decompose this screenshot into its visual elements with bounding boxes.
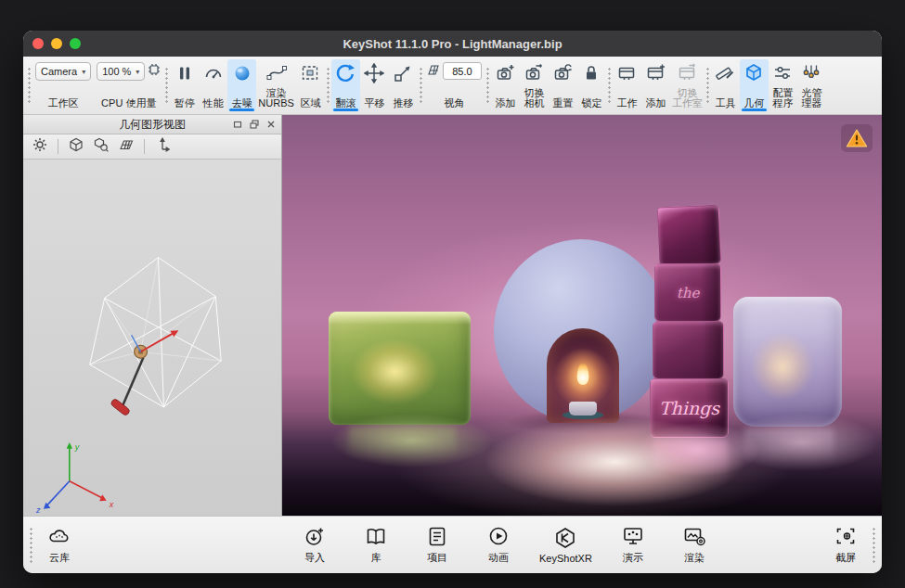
cpu-usage-group: 100 % ▾ CPU 使用量	[94, 59, 163, 111]
ribbon-button-import[interactable]: 导入	[294, 525, 335, 565]
fov-label: 视角	[444, 98, 464, 109]
settings-gear-icon[interactable]	[32, 137, 47, 156]
render-viewport[interactable]: the Things	[282, 115, 882, 516]
panel-close-icon[interactable]	[265, 118, 278, 131]
glass-cube	[653, 321, 724, 379]
workspace-dropdown[interactable]: Camera ▾	[35, 62, 91, 81]
ribbon-button-animation[interactable]: 动画	[478, 525, 519, 565]
candle-flame	[577, 363, 589, 385]
workspace-dropdown-value: Camera	[41, 66, 77, 77]
green-cube-top-highlight	[329, 312, 471, 325]
toolbar-drag-handle[interactable]	[419, 67, 423, 104]
geometry-wireframe-view[interactable]: y x z	[23, 160, 281, 516]
toolbar-button-reset-camera[interactable]: 重置	[549, 59, 577, 111]
keyshot-window: KeyShot 11.1.0 Pro - LightManager.bip Ca…	[23, 31, 882, 573]
cpu-usage-value: 100 %	[102, 66, 131, 77]
geometry-view-header[interactable]: 几何图形视图	[23, 115, 281, 134]
axis-z-label: z	[35, 505, 41, 515]
toolbar-drag-handle[interactable]	[27, 67, 32, 104]
pan-arrows-icon	[364, 62, 384, 83]
window-title: KeyShot 11.1.0 Pro - LightManager.bip	[343, 37, 562, 51]
toolbar-button-studio[interactable]: 工作	[613, 59, 641, 111]
toolbar-button-switch-camera[interactable]: 切换 相机	[520, 59, 549, 111]
engraved-text: the	[655, 264, 720, 321]
workspace-label: 工作区	[48, 98, 79, 109]
move-tool-icon[interactable]	[155, 137, 170, 156]
toolbar-separator	[58, 139, 58, 154]
perspective-grid-icon	[427, 63, 440, 80]
toolbar-button-tools[interactable]: 工具	[711, 59, 740, 111]
panel-float-icon[interactable]	[248, 118, 261, 131]
zoom-window-button[interactable]	[70, 38, 81, 49]
toolbar-drag-handle[interactable]	[607, 67, 612, 104]
frosted-glass-candle-holder	[733, 297, 842, 427]
cpu-usage-dropdown[interactable]: 100 % ▾	[97, 62, 145, 81]
toolbar-separator	[144, 139, 145, 154]
ribbon-drag-handle[interactable]	[29, 527, 33, 564]
close-window-button[interactable]	[32, 38, 44, 49]
traffic-lights	[32, 31, 81, 57]
render-image-gear-icon	[682, 525, 706, 549]
ribbon-button-keyshotxr[interactable]: KeyShotXR	[539, 527, 592, 564]
show-geometry-cube-icon[interactable]	[69, 137, 84, 156]
toolbar-button-light-manager[interactable]: 光管 理器	[797, 59, 826, 111]
toolbar-button-tumble[interactable]: 翻滚	[331, 59, 360, 111]
toolbar-drag-handle[interactable]	[705, 67, 710, 104]
green-cube-candle-glow	[351, 339, 439, 404]
lock-icon	[581, 62, 601, 83]
import-icon	[303, 525, 327, 549]
toolbar-button-dolly[interactable]: 推移	[389, 59, 418, 111]
ribbon-button-present[interactable]: 演示	[613, 525, 653, 565]
panel-minimize-icon[interactable]	[231, 118, 244, 131]
toolbar-button-performance[interactable]: 性能	[199, 59, 227, 111]
fov-group: 视角	[424, 59, 485, 111]
light-manager-icon	[801, 62, 821, 83]
floor-light-pool	[726, 414, 879, 471]
zoom-to-geometry-icon[interactable]	[94, 137, 109, 156]
ribbon-button-cloud-library[interactable]: 云库	[39, 525, 80, 565]
glass-cube-stack: the Things	[650, 206, 735, 440]
toolbar-button-switch-studio: 切换 工作室	[670, 59, 705, 111]
toolbar-button-configurator[interactable]: 配置 程序	[769, 59, 797, 111]
bottom-ribbon: 云库 导入 库 项目 动画 KeyShotXR	[23, 516, 882, 573]
toolbar-button-pan[interactable]: 平移	[360, 59, 389, 111]
geometry-view-toolbar	[23, 134, 281, 160]
camera-wireframe-gizmo: y x z	[23, 160, 281, 515]
toolbar-button-lock-camera[interactable]: 锁定	[577, 59, 606, 111]
ribbon-button-screenshot[interactable]: 截屏	[825, 525, 866, 565]
toolbar-button-add-studio[interactable]: 添加	[641, 59, 670, 111]
ribbon-button-library[interactable]: 库	[356, 525, 396, 565]
ground-grid-icon[interactable]	[119, 137, 134, 156]
ribbon-button-project[interactable]: 项目	[417, 525, 458, 565]
add-camera-icon	[495, 62, 515, 83]
warning-badge[interactable]	[841, 124, 873, 152]
cpu-usage-label: CPU 使用量	[101, 98, 156, 109]
toolbar-button-add-camera[interactable]: 添加	[491, 59, 520, 111]
denoise-sphere-icon	[232, 62, 252, 83]
pause-icon	[175, 62, 195, 83]
toolbar-drag-handle[interactable]	[326, 67, 330, 104]
warning-triangle-icon	[845, 128, 869, 148]
titlebar[interactable]: KeyShot 11.1.0 Pro - LightManager.bip	[23, 31, 882, 57]
axis-y-label: y	[74, 442, 80, 452]
cloud-library-icon	[47, 525, 71, 549]
region-select-icon	[300, 62, 320, 83]
ribbon-button-render[interactable]: 渲染	[674, 525, 715, 565]
toolbar-button-geometry[interactable]: 几何	[740, 59, 769, 111]
toolbar-drag-handle[interactable]	[485, 67, 490, 104]
cpu-chip-icon	[148, 63, 161, 80]
screenshot-frame-icon	[834, 525, 858, 549]
minimize-window-button[interactable]	[51, 38, 62, 49]
performance-gauge-icon	[203, 62, 224, 83]
toolbar-button-region[interactable]: 区域	[296, 59, 325, 111]
studio-icon	[616, 62, 637, 83]
toolbar-button-denoise[interactable]: 去噪	[227, 59, 256, 111]
green-glass-candle-holder	[329, 312, 471, 425]
sphere-arch-opening	[547, 328, 619, 423]
ribbon-drag-handle[interactable]	[872, 527, 876, 564]
fov-input[interactable]	[443, 62, 482, 80]
toolbar-button-pause[interactable]: 暂停	[170, 59, 199, 111]
add-studio-icon	[645, 62, 666, 83]
toolbar-drag-handle[interactable]	[164, 67, 169, 104]
toolbar-button-render-nurbs[interactable]: 渲染 NURBS	[256, 59, 296, 111]
